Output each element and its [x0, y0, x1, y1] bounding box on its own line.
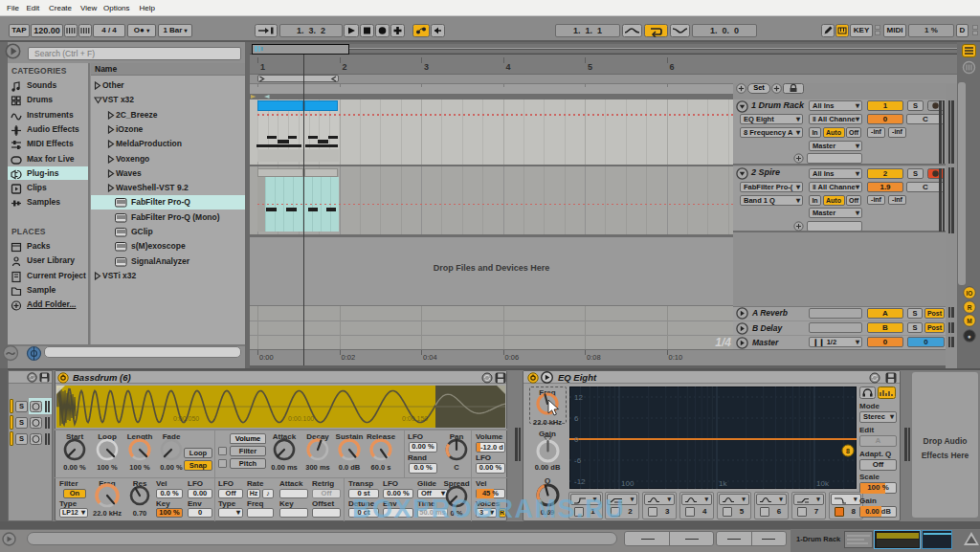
svg-text:R: R: [968, 304, 972, 311]
svg-text:6: 6: [574, 414, 579, 423]
svg-text:1k: 1k: [719, 479, 727, 488]
svg-text:0: 0: [574, 435, 579, 444]
svg-text:12: 12: [574, 393, 583, 402]
svg-text:-12: -12: [574, 477, 586, 486]
svg-text:M: M: [967, 318, 971, 324]
svg-text:10k: 10k: [816, 479, 830, 488]
svg-text:IO: IO: [967, 290, 973, 297]
svg-text:●: ●: [968, 333, 971, 340]
svg-text:8: 8: [846, 448, 850, 454]
svg-text:-6: -6: [574, 456, 582, 465]
svg-text:100: 100: [621, 479, 635, 488]
